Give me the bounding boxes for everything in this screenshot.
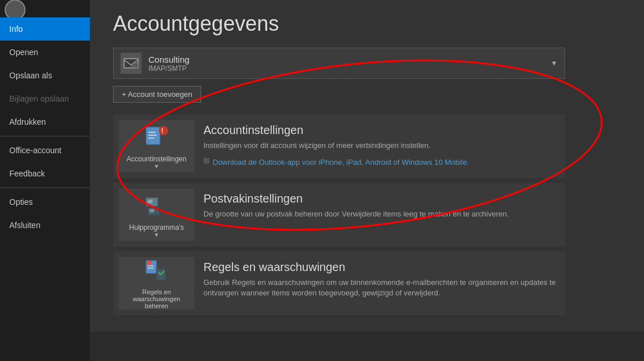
main-wrapper: Accountgegevens ↓ Consulting IMAP/SMTP — [90, 0, 644, 361]
postvakinstellingen-desc: De grootte van uw postvak beheren door V… — [203, 209, 559, 219]
account-icon: ↓ — [121, 53, 141, 74]
regels-waarschuwingen-title: Regels en waarschuwingen — [203, 261, 559, 274]
sidebar-item-opslaan-als[interactable]: Opslaan als — [0, 64, 90, 87]
link-bullet-icon — [203, 158, 209, 164]
account-info: Consulting IMAP/SMTP — [148, 55, 546, 73]
regels-waarschuwingen-desc: Gebruik Regels en waarschuwingen om uw b… — [203, 277, 559, 298]
postvakinstellingen-card: Hulpprogramma's ▼ Postvakinstellingen De… — [113, 183, 565, 247]
hulpprogrammas-arrow: ▼ — [154, 232, 159, 238]
sidebar-item-afsluiten[interactable]: Afsluiten — [0, 214, 90, 237]
svg-rect-15 — [148, 265, 154, 266]
accountinstellingen-desc: Instellingen voor dit account wijzigen o… — [203, 140, 559, 151]
svg-rect-12 — [150, 209, 154, 212]
sidebar-item-feedback[interactable]: Feedback — [0, 162, 90, 185]
sidebar-item-office-account[interactable]: Office-account — [0, 139, 90, 162]
account-type: IMAP/SMTP — [148, 64, 546, 73]
sidebar-item-afdrukken[interactable]: Afdrukken — [0, 110, 90, 133]
accountinstellingen-arrow: ▼ — [154, 163, 159, 169]
sidebar-item-openen[interactable]: Openen — [0, 41, 90, 64]
chevron-down-icon: ▼ — [551, 59, 558, 67]
svg-rect-7 — [148, 135, 157, 136]
postvakinstellingen-label: Hulpprogramma's — [129, 223, 184, 232]
svg-rect-6 — [148, 132, 155, 133]
postvakinstellingen-title: Postvakinstellingen — [203, 192, 559, 205]
regels-waarschuwingen-icon — [143, 257, 170, 285]
app-logo — [0, 0, 90, 17]
regels-waarschuwingen-label: Regels en waarschuwingen beheren — [119, 288, 194, 309]
svg-text:!: ! — [161, 127, 163, 134]
regels-waarschuwingen-text: Regels en waarschuwingen Gebruik Regels … — [203, 257, 559, 298]
accountinstellingen-title: Accountinstellingen — [203, 124, 559, 137]
sidebar-item-info[interactable]: Info — [0, 17, 90, 41]
account-selector[interactable]: ↓ Consulting IMAP/SMTP ▼ — [113, 48, 565, 79]
svg-point-4 — [159, 126, 168, 135]
svg-rect-16 — [148, 268, 154, 269]
accountinstellingen-text: Accountinstellingen Instellingen voor di… — [203, 120, 559, 167]
postvakinstellingen-text: Postvakinstellingen De grootte van uw po… — [203, 189, 559, 219]
accountinstellingen-label: Accountinstellingen — [126, 155, 186, 163]
svg-point-14 — [147, 261, 151, 265]
svg-text:↓: ↓ — [134, 64, 136, 68]
svg-rect-8 — [148, 138, 154, 139]
regels-waarschuwingen-card: Regels en waarschuwingen beheren Regels … — [113, 251, 565, 315]
sidebar-item-bijlagen-opslaan: Bijlagen opslaan — [0, 87, 90, 110]
main-content: Accountgegevens ↓ Consulting IMAP/SMTP — [90, 0, 644, 331]
regels-waarschuwingen-icon-button[interactable]: Regels en waarschuwingen beheren — [119, 257, 194, 309]
accountinstellingen-icon: ! — [143, 124, 170, 151]
accountinstellingen-card: ! Accountinstellingen ▼ Accountinstellin… — [113, 114, 565, 178]
account-name: Consulting — [148, 55, 546, 64]
sidebar: Info Openen Opslaan als Bijlagen opslaan… — [0, 0, 90, 361]
page-title: Accountgegevens — [113, 12, 621, 36]
outlook-download-link[interactable]: Download de Outlook-app voor iPhone, iPa… — [213, 158, 469, 167]
accountinstellingen-icon-button[interactable]: ! Accountinstellingen ▼ — [119, 120, 194, 172]
sidebar-item-opties[interactable]: Opties — [0, 190, 90, 214]
postvakinstellingen-icon-button[interactable]: Hulpprogramma's ▼ — [119, 189, 194, 241]
add-account-button[interactable]: + Account toevoegen — [113, 86, 201, 103]
postvakinstellingen-icon — [143, 192, 170, 220]
svg-rect-11 — [148, 200, 152, 203]
